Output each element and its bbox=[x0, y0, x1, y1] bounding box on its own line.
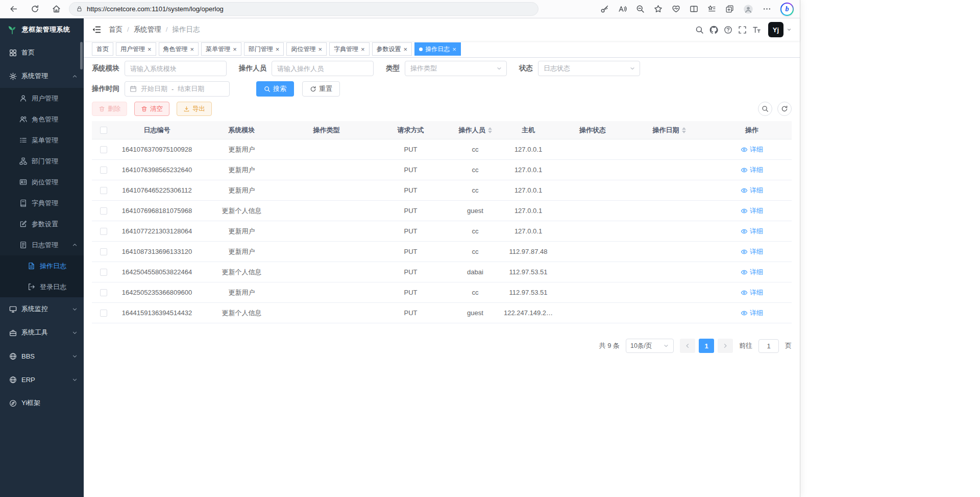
read-aloud-icon[interactable] bbox=[618, 5, 627, 13]
col-operator[interactable]: 操作人员 bbox=[453, 126, 498, 135]
detail-link[interactable]: 详细 bbox=[741, 268, 763, 277]
detail-link[interactable]: 详细 bbox=[741, 165, 763, 175]
essentials-icon[interactable] bbox=[672, 5, 680, 13]
export-button[interactable]: 导出 bbox=[177, 102, 212, 116]
back-icon[interactable] bbox=[9, 5, 18, 13]
row-checkbox[interactable] bbox=[100, 228, 107, 235]
view-tab[interactable]: 用户管理 × bbox=[116, 42, 156, 56]
page-number-button[interactable]: 1 bbox=[699, 339, 714, 353]
page-size-select[interactable]: 10条/页 bbox=[626, 339, 674, 353]
home-icon[interactable] bbox=[52, 5, 61, 13]
key-icon[interactable] bbox=[600, 5, 609, 13]
view-tab[interactable]: 字典管理 × bbox=[329, 42, 370, 56]
profile-icon[interactable] bbox=[743, 4, 753, 14]
row-checkbox[interactable] bbox=[100, 310, 107, 317]
sidebar-item[interactable]: 部门管理 bbox=[0, 151, 84, 172]
clear-button[interactable]: 清空 bbox=[134, 102, 169, 116]
sidebar-item[interactable]: 操作日志 bbox=[0, 255, 84, 276]
select-all-checkbox[interactable] bbox=[100, 127, 107, 134]
bing-icon[interactable]: b bbox=[780, 3, 794, 16]
row-checkbox[interactable] bbox=[100, 146, 107, 153]
view-tab[interactable]: 部门管理 × bbox=[244, 42, 284, 56]
date-range-picker[interactable]: 开始日期 - 结束日期 bbox=[125, 81, 230, 97]
sidebar-item[interactable]: 用户管理 bbox=[0, 88, 84, 109]
sidebar-item[interactable]: 角色管理 bbox=[0, 109, 84, 130]
close-icon[interactable]: × bbox=[276, 46, 280, 53]
sidebar-item[interactable]: 系统管理 bbox=[0, 64, 84, 88]
refresh-table-button[interactable] bbox=[777, 102, 792, 116]
prev-page-button[interactable] bbox=[680, 339, 695, 353]
view-tab[interactable]: 参数设置 × bbox=[372, 42, 412, 56]
sidebar-scrollbar[interactable] bbox=[80, 42, 83, 69]
reset-button[interactable]: 重置 bbox=[302, 81, 340, 97]
sidebar-item[interactable]: 系统监控 bbox=[0, 297, 84, 321]
detail-link[interactable]: 详细 bbox=[741, 247, 763, 256]
address-bar[interactable]: https://ccnetcore.com:1101/system/log/op… bbox=[69, 2, 538, 16]
view-tab[interactable]: 操作日志 × bbox=[414, 42, 461, 56]
github-icon[interactable] bbox=[709, 26, 718, 34]
breadcrumb-system[interactable]: 系统管理 bbox=[134, 25, 173, 34]
cell-operator: cc bbox=[453, 282, 498, 302]
avatar[interactable]: Yj bbox=[768, 22, 783, 37]
next-page-button[interactable] bbox=[718, 339, 733, 353]
split-screen-icon[interactable] bbox=[690, 5, 698, 13]
goto-page-input[interactable] bbox=[758, 339, 779, 353]
font-size-icon[interactable] bbox=[752, 26, 761, 34]
refresh-icon[interactable] bbox=[31, 5, 39, 13]
detail-link[interactable]: 详细 bbox=[741, 206, 763, 216]
favorite-add-icon[interactable] bbox=[654, 5, 663, 13]
close-icon[interactable]: × bbox=[318, 46, 322, 53]
row-checkbox[interactable] bbox=[100, 187, 107, 194]
toggle-search-button[interactable] bbox=[758, 102, 772, 116]
detail-link[interactable]: 详细 bbox=[741, 288, 763, 297]
view-tab[interactable]: 首页 × bbox=[92, 42, 113, 56]
sidebar-item[interactable]: 首页 bbox=[0, 41, 84, 64]
more-icon[interactable] bbox=[763, 5, 771, 13]
view-tab[interactable]: 角色管理 × bbox=[159, 42, 199, 56]
question-icon[interactable] bbox=[724, 26, 732, 34]
search-icon[interactable] bbox=[695, 26, 704, 34]
detail-link[interactable]: 详细 bbox=[741, 227, 763, 236]
delete-button[interactable]: 删除 bbox=[92, 102, 127, 116]
sidebar-item[interactable]: 岗位管理 bbox=[0, 172, 84, 193]
zoom-out-icon[interactable] bbox=[636, 5, 645, 13]
close-icon[interactable]: × bbox=[452, 46, 456, 53]
row-checkbox[interactable] bbox=[100, 289, 107, 296]
row-checkbox[interactable] bbox=[100, 248, 107, 255]
detail-link[interactable]: 详细 bbox=[741, 145, 763, 154]
row-checkbox[interactable] bbox=[100, 167, 107, 174]
sidebar-item[interactable]: 字典管理 bbox=[0, 193, 84, 214]
sidebar-item[interactable]: 菜单管理 bbox=[0, 130, 84, 151]
sidebar-item[interactable]: ERP bbox=[0, 368, 84, 391]
view-tab[interactable]: 菜单管理 × bbox=[201, 42, 241, 56]
close-icon[interactable]: × bbox=[404, 46, 408, 53]
sidebar-item[interactable]: 系统工具 bbox=[0, 321, 84, 344]
sidebar-item[interactable]: BBS bbox=[0, 344, 84, 368]
close-icon[interactable]: × bbox=[233, 46, 237, 53]
detail-link[interactable]: 详细 bbox=[741, 309, 763, 318]
col-date[interactable]: 操作日期 bbox=[626, 126, 712, 135]
close-icon[interactable]: × bbox=[148, 46, 152, 53]
row-checkbox[interactable] bbox=[100, 269, 107, 276]
close-icon[interactable]: × bbox=[190, 46, 194, 53]
cell-op-type bbox=[284, 201, 369, 221]
type-select[interactable]: 操作类型 bbox=[405, 61, 507, 76]
sidebar-item[interactable]: 登录日志 bbox=[0, 276, 84, 297]
sidebar-toggle-icon[interactable] bbox=[92, 25, 101, 34]
operator-input[interactable] bbox=[272, 61, 374, 76]
user-menu[interactable]: Yj bbox=[768, 22, 792, 37]
view-tab[interactable]: 岗位管理 × bbox=[286, 42, 327, 56]
sidebar-item[interactable]: 日志管理 bbox=[0, 234, 84, 255]
collections-icon[interactable] bbox=[725, 5, 734, 13]
detail-link[interactable]: 详细 bbox=[741, 186, 763, 195]
breadcrumb-home[interactable]: 首页 bbox=[109, 25, 134, 34]
close-icon[interactable]: × bbox=[361, 46, 365, 53]
search-button[interactable]: 搜索 bbox=[256, 81, 294, 97]
status-select[interactable]: 日志状态 bbox=[538, 61, 640, 76]
module-input[interactable] bbox=[125, 61, 227, 76]
row-checkbox[interactable] bbox=[100, 207, 107, 215]
sidebar-item[interactable]: 参数设置 bbox=[0, 214, 84, 234]
favorites-icon[interactable] bbox=[707, 5, 716, 13]
fullscreen-icon[interactable] bbox=[738, 26, 747, 34]
sidebar-item[interactable]: Yi框架 bbox=[0, 391, 84, 415]
